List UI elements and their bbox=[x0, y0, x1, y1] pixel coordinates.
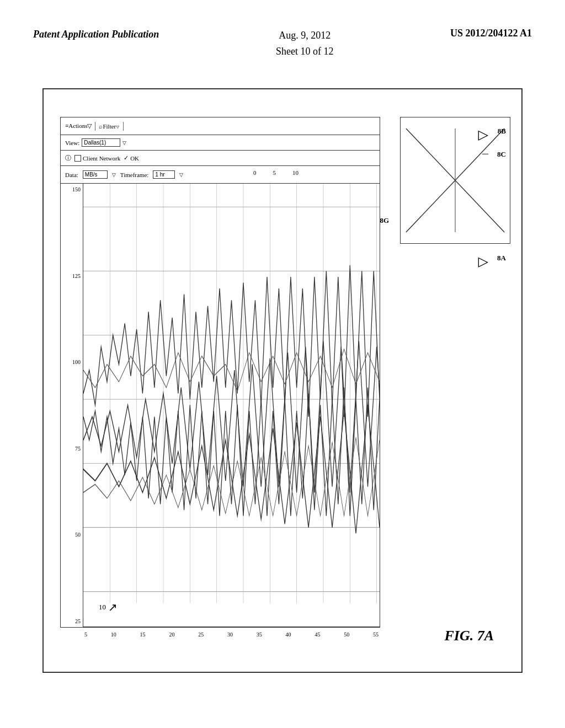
y-tick-25: 25 bbox=[61, 618, 81, 624]
top-x-0: 0 bbox=[253, 169, 257, 176]
x-axis: 5 10 15 20 25 30 35 40 45 50 55 bbox=[83, 631, 380, 638]
y-tick-75: 75 bbox=[61, 446, 81, 452]
actions-label: ≡Actions▽ bbox=[65, 122, 92, 130]
arrow-8b: ◁ bbox=[478, 127, 488, 142]
chart-grid: 5 10 15 20 25 30 35 40 45 50 55 bbox=[83, 184, 380, 627]
date-label: Aug. 9, 2012 bbox=[276, 28, 333, 44]
top-x-5: 5 bbox=[273, 169, 276, 176]
filter-label: ⌕Filter▽ bbox=[99, 123, 120, 130]
actions-menu[interactable]: ≡Actions▽ bbox=[65, 122, 92, 130]
view-row: View: ▽ bbox=[61, 135, 380, 151]
top-x-axis: 0 5 10 bbox=[253, 169, 299, 176]
ui-panel: ≡Actions▽ ⌕Filter▽ View: ▽ ⓘ Client Ne bbox=[60, 117, 380, 628]
ref-10-arrow: ↗ bbox=[108, 601, 118, 614]
x-tick-55: 55 bbox=[373, 631, 379, 638]
toolbar-separator bbox=[95, 122, 95, 131]
x-tick-45: 45 bbox=[315, 631, 320, 638]
x-tick-35: 35 bbox=[257, 631, 262, 638]
info-icon: ⓘ bbox=[65, 154, 71, 162]
page-header: Patent Application Publication Aug. 9, 2… bbox=[33, 28, 532, 60]
x-tick-15: 15 bbox=[140, 631, 146, 638]
view-input[interactable] bbox=[82, 138, 120, 147]
data-dropdown-arrow[interactable]: ▽ bbox=[112, 172, 116, 178]
dash-8c: ─ bbox=[482, 149, 488, 159]
client-network-checkbox[interactable]: Client Network bbox=[74, 155, 120, 162]
x-tick-30: 30 bbox=[227, 631, 233, 638]
publication-title: Patent Application Publication bbox=[33, 28, 159, 41]
x-tick-50: 50 bbox=[344, 631, 349, 638]
x-tick-10: 10 bbox=[111, 631, 116, 638]
inset-box bbox=[400, 117, 510, 244]
x-tick-20: 20 bbox=[169, 631, 174, 638]
chart-svg bbox=[83, 184, 380, 627]
top-x-10: 10 bbox=[292, 169, 299, 176]
checkbox-label-text: Client Network bbox=[83, 155, 120, 162]
view-dropdown-arrow[interactable]: ▽ bbox=[122, 140, 126, 146]
network-row: ⓘ Client Network ✓ OK bbox=[61, 151, 380, 166]
timeframe-dropdown-arrow[interactable]: ▽ bbox=[179, 172, 183, 178]
inset-svg bbox=[401, 117, 510, 243]
chart-area: 150 125 100 75 50 25 bbox=[61, 184, 380, 627]
ok-icon: ✓ bbox=[124, 154, 129, 162]
ref-10-group: 10 ↗ bbox=[99, 601, 118, 614]
arrow-8a: ◁ bbox=[478, 254, 488, 269]
x-tick-25: 25 bbox=[198, 631, 204, 638]
label-8a: 8A bbox=[497, 254, 506, 263]
toolbar-separator2 bbox=[123, 122, 124, 131]
x-tick-5: 5 bbox=[84, 631, 87, 638]
data-controls: Data: ▽ Timeframe: ▽ bbox=[61, 166, 380, 184]
figure-area: ≡Actions▽ ⌕Filter▽ View: ▽ ⓘ Client Ne bbox=[33, 88, 532, 673]
checkbox-box bbox=[74, 155, 81, 162]
data-input[interactable] bbox=[83, 170, 108, 179]
fig-label: FIG. 7A bbox=[444, 628, 494, 644]
toolbar: ≡Actions▽ ⌕Filter▽ bbox=[61, 117, 380, 135]
header-center: Aug. 9, 2012 Sheet 10 of 12 bbox=[276, 28, 333, 60]
view-label: View: bbox=[65, 140, 79, 146]
filter-button[interactable]: ⌕Filter▽ bbox=[99, 123, 120, 130]
outer-container: ≡Actions▽ ⌕Filter▽ View: ▽ ⓘ Client Ne bbox=[42, 88, 523, 673]
label-8c: 8C bbox=[497, 150, 506, 159]
y-tick-125: 125 bbox=[61, 273, 81, 279]
ref-10-label: 10 bbox=[99, 603, 106, 612]
label-8g: 8G bbox=[380, 216, 389, 225]
ok-label: OK bbox=[130, 155, 139, 162]
patent-number: US 2012/204122 A1 bbox=[450, 28, 532, 39]
y-axis: 150 125 100 75 50 25 bbox=[61, 184, 83, 627]
y-tick-150: 150 bbox=[61, 186, 81, 192]
x-tick-40: 40 bbox=[286, 631, 291, 638]
timeframe-label: Timeframe: bbox=[120, 172, 149, 178]
y-tick-50: 50 bbox=[61, 532, 81, 538]
sheet-label: Sheet 10 of 12 bbox=[276, 44, 333, 60]
y-tick-100: 100 bbox=[61, 359, 81, 365]
label-8b: 8B bbox=[498, 127, 506, 136]
ok-badge: ✓ OK bbox=[124, 154, 139, 162]
data-label: Data: bbox=[65, 172, 78, 178]
timeframe-input[interactable] bbox=[153, 170, 175, 179]
